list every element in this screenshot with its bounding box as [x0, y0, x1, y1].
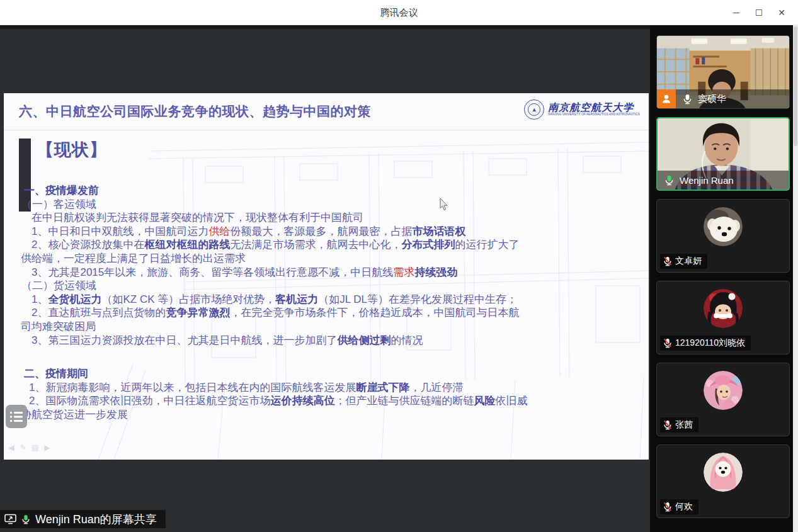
slide-body: 一、疫情爆发前（一）客运领域在中日航权谈判无法获得显著突破的情况下，现状整体有利…	[21, 184, 637, 422]
slide-text-line: 供给端，一定程度上满足了日益增长的出运需求	[21, 252, 637, 266]
participant-avatar	[704, 371, 743, 410]
window-title: 腾讯会议	[0, 0, 798, 25]
participant-name: 何欢	[675, 501, 693, 512]
slide-text-line: 司均难突破困局	[21, 320, 637, 334]
university-name-cn: 南京航空航天大学	[548, 103, 640, 113]
participant-tile-1[interactable]: 窦硕华	[656, 35, 790, 109]
slide-text-line: 3、第三国运力资源投放在中日、尤其是日中航线，进一步加剧了供给侧过剩的情况	[31, 334, 637, 348]
scrollbar-thumb[interactable]	[794, 26, 797, 146]
participant-tile-4[interactable]: 121920110刘晓依	[656, 281, 790, 354]
participant-sidebar: 窦硕华Wenjin Ruan文卓妍121920110刘晓依张茜何欢	[650, 25, 798, 532]
slide-title: 六、中日航空公司国际业务竞争的现状、趋势与中国的对策	[19, 103, 371, 120]
slide-text-line: 2、核心资源投放集中在枢纽对枢纽的路线无法满足市场需求，航网去中心化，分布式排列…	[31, 238, 637, 252]
university-emblem-icon: ▲	[524, 99, 544, 120]
mic-muted-icon	[663, 420, 673, 430]
participant-tile-6[interactable]: 何欢	[656, 444, 790, 518]
slide-text-line: 在中日航权谈判无法获得显著突破的情况下，现状整体有利于中国航司	[31, 211, 637, 225]
slide-text-line: 2、直达航班与点到点货物的竞争异常激烈，在完全竞争市场条件下，价格趋近成本，中国…	[31, 306, 637, 320]
maximize-button[interactable]: ☐	[748, 0, 770, 25]
participant-name-chip: 何欢	[660, 499, 698, 514]
participant-name: Wenjin Ruan	[680, 175, 734, 186]
slide-text-line: 1、中日和日中双航线，中国航司运力供给份额最大，客源最多，航网最密，占据市场话语…	[31, 225, 637, 239]
slide-title-separator	[4, 130, 649, 130]
share-top-strip	[0, 25, 650, 29]
next-page-icon[interactable]: ▶	[43, 443, 51, 452]
participant-avatar	[704, 207, 743, 246]
slide-text-line: 二、疫情期间	[24, 367, 637, 381]
minimize-button[interactable]: ─	[725, 0, 748, 25]
participant-list: 窦硕华Wenjin Ruan文卓妍121920110刘晓依张茜何欢	[656, 35, 790, 518]
window-controls: ─ ☐ ✕	[725, 0, 793, 25]
screen-share-icon	[4, 514, 16, 524]
mic-speaking-icon	[664, 175, 675, 186]
university-logo: ▲ 南京航空航天大学 NANJING UNIVERSITY OF AERONAU…	[524, 99, 640, 120]
prev-page-icon[interactable]: ◀	[8, 443, 15, 452]
slide-text-line: 3、尤其是2015年以来，旅游、商务、留学等各领域出行意愿不减，中日航线需求持续…	[31, 266, 637, 280]
pen-tool-icon[interactable]: ✎	[20, 443, 27, 452]
screen-share-banner: Wenjin Ruan的屏幕共享	[0, 510, 166, 528]
presentation-slide: 六、中日航空公司国际业务竞争的现状、趋势与中国的对策 ▲ 南京航空航天大学 NA…	[4, 93, 649, 460]
sidebar-scrollbar[interactable]	[793, 25, 798, 532]
list-icon	[10, 411, 23, 422]
participant-name: 121920110刘晓依	[675, 337, 745, 349]
slide-line-spacer	[21, 347, 637, 367]
close-button[interactable]: ✕	[770, 0, 793, 25]
participant-name-bar: Wenjin Ruan	[658, 171, 789, 190]
screen-share-label: Wenjin Ruan的屏幕共享	[35, 512, 157, 527]
participant-name-bar: 窦硕华	[657, 89, 789, 108]
participant-name-chip: 121920110刘晓依	[660, 336, 751, 351]
mic-muted-icon	[663, 338, 673, 348]
participant-avatar	[704, 453, 743, 492]
pages-icon[interactable]: ▤	[31, 443, 39, 452]
window-titlebar: 腾讯会议 ─ ☐ ✕	[0, 0, 798, 25]
participant-name: 窦硕华	[698, 93, 726, 105]
participant-name: 张茜	[675, 419, 693, 431]
university-name-en: NANJING UNIVERSITY OF AERONAUTICS AND AS…	[548, 113, 640, 116]
mic-on-icon	[682, 94, 693, 105]
mic-muted-icon	[663, 502, 673, 512]
shared-screen-area: 六、中日航空公司国际业务竞争的现状、趋势与中国的对策 ▲ 南京航空航天大学 NA…	[0, 25, 650, 532]
slide-section-heading: 【现状】	[37, 139, 107, 161]
slide-text-line: （一）客运领域	[21, 198, 637, 212]
slide-text-line: 2、国际物流需求依旧强劲，中日往返航空货运市场运价持续高位；但产业链与供应链端的…	[29, 394, 637, 408]
participant-avatar	[704, 289, 743, 328]
mic-muted-icon	[663, 256, 673, 266]
participant-name: 文卓妍	[675, 256, 702, 267]
banner-mic-icon	[21, 514, 31, 524]
slide-text-line: 1、全货机运力（如KZ CK 等）占据市场绝对优势，客机运力（如JL DL等）在…	[31, 293, 637, 307]
slide-text-line: 1、新冠病毒影响，近两年以来，包括日本线在内的国际航线客运发展断崖式下降，几近停…	[29, 381, 637, 395]
participant-tile-2[interactable]: Wenjin Ruan	[656, 117, 790, 191]
participant-name-chip: 张茜	[660, 417, 698, 433]
participant-tile-5[interactable]: 张茜	[656, 363, 790, 436]
host-badge-icon	[657, 89, 676, 108]
slide-text-line: 一、疫情爆发前	[24, 184, 637, 198]
mouse-cursor	[440, 198, 448, 211]
participant-tile-3[interactable]: 文卓妍	[656, 199, 790, 273]
reading-mode-controls: ◀ ✎ ▤ ▶	[8, 443, 51, 452]
slide-text-line: 胁航空货运进一步发展	[21, 408, 637, 422]
participant-name-chip: 文卓妍	[660, 254, 707, 269]
toc-list-button[interactable]	[6, 405, 27, 428]
slide-text-line: （二）货运领域	[21, 279, 637, 293]
